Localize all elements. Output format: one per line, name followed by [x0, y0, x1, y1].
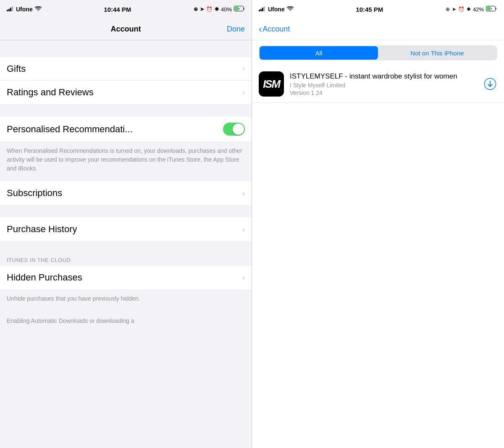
personalised-toggle[interactable]	[223, 123, 245, 136]
purchase-history-section: Purchase History ›	[0, 217, 252, 241]
left-panel: Ufone 10:44 PM ⊕ ➤ ⏰ ✱ 40%	[0, 0, 252, 448]
ratings-item[interactable]: Ratings and Reviews ›	[0, 81, 252, 104]
nav-icon-right: ➤	[452, 6, 456, 12]
itunes-cloud-header: iTunes in the Cloud	[0, 254, 252, 266]
svg-rect-2	[10, 8, 11, 11]
app-developer: I Style Myself Limited	[290, 82, 477, 89]
left-status-right: ⊕ ➤ ⏰ ✱ 40%	[194, 6, 245, 13]
hidden-purchases-item[interactable]: Hidden Purchases ›	[0, 266, 252, 289]
subscriptions-section: Subscriptions ›	[0, 181, 252, 205]
gifts-label: Gifts	[7, 63, 26, 74]
nav-icon-left: ➤	[200, 6, 204, 12]
purchase-history-item[interactable]: Purchase History ›	[0, 217, 252, 241]
gifts-section: Gifts › Ratings and Reviews ›	[0, 57, 252, 104]
right-status-left: Ufone	[259, 6, 294, 13]
battery-text-right: 42%	[473, 6, 484, 13]
signal-icon-right	[259, 6, 266, 13]
personalised-toggle-row: Personalised Recommendati...	[0, 117, 252, 141]
location-icon-right: ⊕	[446, 6, 450, 12]
svg-rect-8	[260, 9, 262, 11]
done-button[interactable]: Done	[227, 25, 245, 34]
personalised-section: Personalised Recommendati...	[0, 117, 252, 141]
section-gap-3	[0, 205, 252, 217]
gifts-chevron: ›	[242, 64, 245, 73]
carrier-name-left: Ufone	[16, 6, 33, 13]
subscriptions-item[interactable]: Subscriptions ›	[0, 181, 252, 205]
all-tab[interactable]: All	[260, 46, 378, 60]
left-status-bar: Ufone 10:44 PM ⊕ ➤ ⏰ ✱ 40%	[0, 0, 252, 18]
auto-downloads-box: Enabling Automatic Downloads or download…	[0, 312, 252, 330]
battery-text-left: 40%	[221, 6, 232, 13]
svg-rect-7	[259, 10, 260, 11]
hidden-purchases-desc-box: Unhide purchases that you have previousl…	[0, 289, 252, 312]
personalised-description-box: When Personalised Recommendations is tur…	[0, 141, 252, 181]
alarm-icon-right: ⏰	[458, 6, 465, 12]
svg-rect-1	[8, 9, 10, 11]
svg-rect-10	[264, 6, 265, 11]
svg-rect-3	[12, 6, 13, 11]
time-left: 10:44 PM	[104, 6, 131, 13]
segmented-control: All Not on This iPhone	[259, 45, 497, 60]
personalised-label: Personalised Recommendati...	[7, 124, 133, 135]
right-panel: Ufone 10:45 PM ⊕ ➤ ⏰ ✱ 42%	[252, 0, 504, 448]
app-info: ISTYLEMYSELF - instant wardrobe stylist …	[290, 72, 477, 96]
right-nav-bar: ‹ Account	[252, 18, 504, 40]
hidden-purchases-desc: Unhide purchases that you have previousl…	[7, 295, 140, 302]
back-button[interactable]: ‹ Account	[259, 24, 290, 35]
section-gap-4	[0, 241, 252, 254]
top-gap	[0, 40, 252, 45]
right-status-bar: Ufone 10:45 PM ⊕ ➤ ⏰ ✱ 42%	[252, 0, 504, 18]
download-button[interactable]	[483, 77, 497, 91]
svg-rect-13	[487, 7, 491, 10]
bluetooth-icon-left: ✱	[215, 6, 219, 12]
ratings-label: Ratings and Reviews	[7, 87, 94, 98]
battery-icon-right	[486, 6, 497, 13]
signal-icon	[7, 6, 14, 13]
left-nav-title: Account	[111, 25, 141, 34]
app-item: ISM ISTYLEMYSELF - instant wardrobe styl…	[252, 65, 504, 103]
gifts-item[interactable]: Gifts ›	[0, 57, 252, 81]
battery-icon-left	[234, 6, 245, 13]
alarm-icon-left: ⏰	[206, 6, 213, 12]
carrier-name-right: Ufone	[268, 6, 285, 13]
left-nav-bar: Account Done	[0, 18, 252, 40]
subscriptions-chevron: ›	[242, 189, 245, 198]
location-icon-left: ⊕	[194, 6, 198, 12]
personalised-description: When Personalised Recommendations is tur…	[7, 147, 242, 172]
right-status-right: ⊕ ➤ ⏰ ✱ 42%	[446, 6, 497, 13]
bluetooth-icon-right: ✱	[467, 6, 471, 12]
itunes-cloud-label: iTunes in the Cloud	[7, 257, 71, 263]
app-icon: ISM	[259, 71, 284, 97]
back-label: Account	[262, 25, 290, 34]
wifi-icon-left	[35, 6, 42, 13]
app-version: Version 1.24	[290, 89, 477, 96]
app-name: ISTYLEMYSELF - instant wardrobe stylist …	[290, 72, 477, 81]
hidden-purchases-label: Hidden Purchases	[7, 272, 82, 283]
ratings-chevron: ›	[242, 88, 245, 97]
not-on-iphone-tab[interactable]: Not on This iPhone	[378, 46, 496, 60]
hidden-purchases-section: Hidden Purchases ›	[0, 266, 252, 289]
section-gap-top	[0, 45, 252, 57]
svg-rect-0	[7, 10, 8, 11]
auto-downloads-desc: Enabling Automatic Downloads or download…	[7, 317, 134, 324]
back-chevron-icon: ‹	[259, 24, 262, 35]
purchase-history-label: Purchase History	[7, 224, 77, 235]
time-right: 10:45 PM	[356, 6, 383, 13]
app-icon-letters: ISM	[263, 79, 280, 89]
section-gap-2	[0, 104, 252, 117]
svg-rect-5	[244, 8, 245, 10]
left-status-carrier: Ufone	[7, 6, 42, 13]
purchase-history-chevron: ›	[242, 225, 245, 234]
svg-rect-9	[262, 8, 263, 11]
hidden-purchases-chevron: ›	[242, 273, 245, 282]
wifi-icon-right	[287, 6, 294, 13]
svg-rect-6	[235, 7, 239, 10]
svg-rect-12	[496, 8, 497, 10]
subscriptions-label: Subscriptions	[7, 188, 62, 199]
